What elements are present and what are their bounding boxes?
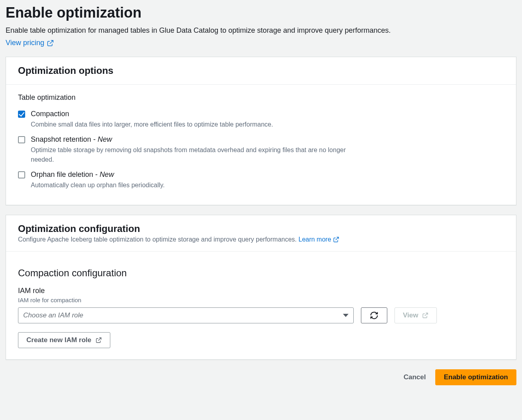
create-iam-role-button[interactable]: Create new IAM role xyxy=(18,332,110,348)
iam-role-select[interactable]: Choose an IAM role xyxy=(18,307,354,323)
view-button-label: View xyxy=(403,311,418,319)
option-orphan-deletion: Orphan file deletion - New Automatically… xyxy=(18,168,366,194)
iam-role-placeholder: Choose an IAM role xyxy=(23,311,83,319)
refresh-button[interactable] xyxy=(361,307,387,323)
refresh-icon xyxy=(370,311,379,320)
option-orphan-text: Orphan file deletion xyxy=(31,170,93,178)
option-desc-compaction: Combine small data files into larger, mo… xyxy=(31,120,273,129)
create-role-label: Create new IAM role xyxy=(26,336,92,344)
compaction-config-title: Compaction configuration xyxy=(18,267,504,279)
learn-more-link[interactable]: Learn more xyxy=(299,236,339,243)
page-title: Enable optimization xyxy=(6,4,516,21)
option-compaction: Compaction Combine small data files into… xyxy=(18,107,366,133)
footer-actions: Cancel Enable optimization xyxy=(6,369,516,385)
external-link-icon xyxy=(96,337,102,343)
checkbox-compaction[interactable] xyxy=(18,111,25,118)
options-card-title: Optimization options xyxy=(18,65,504,76)
view-role-button[interactable]: View xyxy=(394,307,437,323)
external-link-icon xyxy=(47,40,54,47)
external-link-icon xyxy=(422,312,428,319)
checkbox-orphan-deletion[interactable] xyxy=(18,171,25,178)
page-subtitle: Enable table optimization for managed ta… xyxy=(6,25,516,36)
view-pricing-link[interactable]: View pricing xyxy=(6,39,54,47)
config-subtitle-text: Configure Apache Iceberg table optimizat… xyxy=(18,236,297,243)
option-desc-orphan: Automatically clean up orphan files peri… xyxy=(31,180,165,190)
new-badge: New xyxy=(100,170,114,178)
optimization-config-card: Optimization configuration Configure Apa… xyxy=(6,215,516,360)
option-snapshot-retention: Snapshot retention - New Optimize table … xyxy=(18,133,366,168)
option-snapshot-text: Snapshot retention xyxy=(31,135,91,143)
cancel-button[interactable]: Cancel xyxy=(401,373,428,382)
config-card-title: Optimization configuration xyxy=(18,223,504,234)
chevron-down-icon xyxy=(343,314,349,317)
view-pricing-label: View pricing xyxy=(6,39,44,47)
option-label-compaction: Compaction xyxy=(31,110,273,118)
option-desc-snapshot: Optimize table storage by removing old s… xyxy=(31,145,366,164)
option-compaction-text: Compaction xyxy=(31,110,69,118)
new-badge: New xyxy=(98,135,112,143)
option-label-snapshot: Snapshot retention - New xyxy=(31,135,366,144)
learn-more-label: Learn more xyxy=(299,236,331,243)
iam-role-help: IAM role for compaction xyxy=(18,297,504,303)
iam-role-label: IAM role xyxy=(18,287,504,295)
enable-optimization-button[interactable]: Enable optimization xyxy=(435,369,516,385)
config-card-subtitle: Configure Apache Iceberg table optimizat… xyxy=(18,236,504,243)
optimization-options-card: Optimization options Table optimization … xyxy=(6,57,516,205)
option-label-orphan: Orphan file deletion - New xyxy=(31,170,165,179)
table-optimization-label: Table optimization xyxy=(18,93,504,102)
checkbox-snapshot-retention[interactable] xyxy=(18,136,25,143)
external-link-icon xyxy=(333,236,339,243)
